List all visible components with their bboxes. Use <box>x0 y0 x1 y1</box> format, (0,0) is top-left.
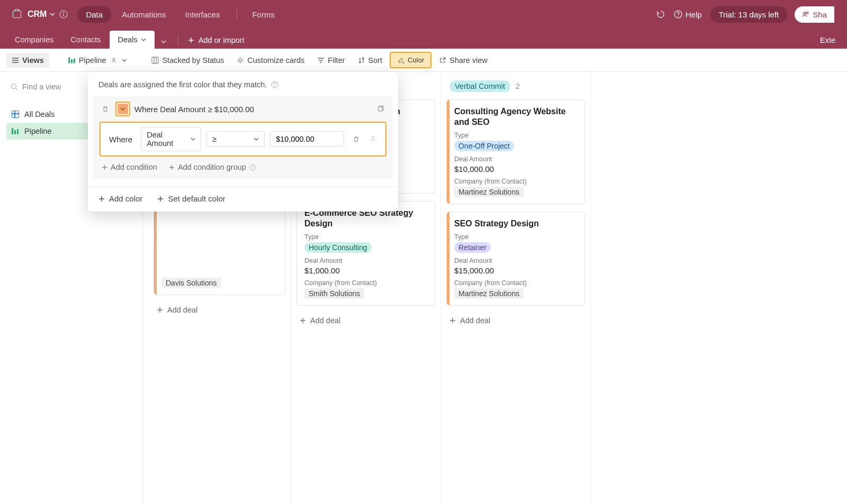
deal-amount: $10,000.00 <box>454 164 579 173</box>
filter-button[interactable]: Filter <box>312 53 350 68</box>
status-badge: Verbal Commit <box>449 80 510 92</box>
field-label: Company (from Contact) <box>454 178 579 185</box>
type-tag: One-Off Project <box>454 141 514 151</box>
customize-button[interactable]: Customize cards <box>231 53 310 68</box>
add-condition-group-button[interactable]: Add condition group <box>169 163 256 171</box>
briefcase-icon <box>13 11 21 18</box>
chevron-down-icon[interactable] <box>50 12 55 17</box>
copy-icon <box>377 105 384 113</box>
color-stripe <box>447 100 449 204</box>
operator-select[interactable]: ≥ <box>206 131 265 147</box>
views-label: Views <box>22 56 44 65</box>
search-icon <box>11 83 18 90</box>
add-deal-label: Add deal <box>460 316 490 325</box>
color-rule: Where Deal Amount ≥ $10,000.00 Where Dea… <box>93 96 393 179</box>
grid-icon <box>12 111 19 118</box>
rule-summary: Where Deal Amount ≥ $10,000.00 <box>134 105 371 114</box>
share-button[interactable]: Sha <box>795 6 834 23</box>
view-pipeline-label: Pipeline <box>24 127 52 135</box>
type-tag: Retainer <box>454 242 491 253</box>
svg-point-7 <box>113 58 115 60</box>
add-group-label: Add condition group <box>178 163 246 171</box>
filter-label: Filter <box>328 56 345 65</box>
nav-interfaces[interactable]: Interfaces <box>177 6 229 23</box>
views-button[interactable]: Views <box>6 53 49 68</box>
column-header: Verbal Commit 2 <box>446 80 585 92</box>
tab-more-button[interactable] <box>155 35 173 49</box>
color-stripe <box>447 212 449 305</box>
add-deal-button[interactable]: Add deal <box>296 313 435 328</box>
menu-icon <box>12 57 19 63</box>
field-select-value: Deal Amount <box>147 131 186 148</box>
svg-point-13 <box>275 86 275 86</box>
tab-companies[interactable]: Companies <box>6 31 62 49</box>
deal-card[interactable]: Consulting Agency Website and SEO Type O… <box>446 99 585 204</box>
drag-handle[interactable]: ⠿ <box>368 135 378 143</box>
nav-automations[interactable]: Automations <box>113 6 174 23</box>
add-import-button[interactable]: Add or import <box>184 36 249 49</box>
add-import-label: Add or import <box>199 36 245 44</box>
kanban-icon <box>68 57 75 63</box>
nav-data[interactable]: Data <box>77 6 111 23</box>
set-default-color-button[interactable]: Set default color <box>157 194 225 203</box>
trial-pill[interactable]: Trial: 13 days left <box>710 6 788 23</box>
view-name-button[interactable]: Pipeline <box>63 53 133 68</box>
plus-icon <box>449 317 456 324</box>
tab-contacts[interactable]: Contacts <box>62 31 109 49</box>
divider <box>237 8 237 20</box>
color-swatch-highlight <box>115 102 130 116</box>
people-icon <box>802 11 809 18</box>
add-condition-button[interactable]: Add condition <box>102 163 157 171</box>
popup-hint-text: Deals are assigned the first color that … <box>98 80 267 89</box>
sort-button[interactable]: Sort <box>353 53 388 68</box>
duplicate-rule-button[interactable] <box>375 103 386 115</box>
deal-amount: $15,000.00 <box>454 266 579 275</box>
plus-icon <box>169 164 175 170</box>
stacked-button[interactable]: Stacked by Status <box>146 53 229 68</box>
deal-card[interactable]: SEO Strategy Design Type Retainer Deal A… <box>446 212 585 306</box>
color-config-popup: Deals are assigned the first color that … <box>88 72 398 212</box>
extensions-button[interactable]: Exte <box>815 36 841 49</box>
value-input[interactable] <box>270 131 344 147</box>
svg-point-9 <box>239 59 242 61</box>
info-icon[interactable] <box>59 10 68 19</box>
add-deal-button[interactable]: Add deal <box>154 303 285 317</box>
svg-point-6 <box>806 12 808 14</box>
help-button[interactable]: Help <box>674 10 702 19</box>
help-icon <box>249 164 256 171</box>
divider <box>178 35 178 44</box>
add-color-button[interactable]: Add color <box>98 194 142 203</box>
table-tabs: Companies Contacts Deals Add or import E… <box>0 29 847 49</box>
view-name-label: Pipeline <box>79 56 106 65</box>
popup-hint: Deals are assigned the first color that … <box>88 72 398 96</box>
share-view-button[interactable]: Share view <box>434 53 493 68</box>
deal-card[interactable]: E-Commerce SEO Strategy Design Type Hour… <box>296 201 435 306</box>
company-tag: Martinez Solutions <box>454 288 524 299</box>
delete-rule-button[interactable] <box>100 103 111 115</box>
color-button[interactable]: Color <box>391 53 430 67</box>
nav-forms[interactable]: Forms <box>244 6 283 23</box>
help-label: Help <box>686 10 702 19</box>
trash-icon <box>102 105 109 113</box>
add-deal-button[interactable]: Add deal <box>446 313 585 328</box>
tab-deals[interactable]: Deals <box>110 31 155 49</box>
field-label: Type <box>454 233 579 241</box>
history-icon[interactable] <box>652 7 670 21</box>
color-swatch-button[interactable] <box>118 104 128 114</box>
share-view-label: Share view <box>449 56 488 65</box>
trash-icon <box>353 135 360 143</box>
column-count: 2 <box>516 82 520 90</box>
gear-icon <box>237 57 244 64</box>
customize-label: Customize cards <box>247 56 304 65</box>
svg-point-5 <box>804 12 806 14</box>
sort-label: Sort <box>368 56 383 65</box>
help-icon[interactable] <box>271 81 278 88</box>
field-select[interactable]: Deal Amount <box>141 127 201 151</box>
kanban-column-verbal-commit: Verbal Commit 2 Consulting Agency Websit… <box>441 72 591 504</box>
app-name[interactable]: CRM <box>28 10 47 19</box>
delete-condition-button[interactable] <box>349 132 363 146</box>
svg-point-16 <box>253 168 253 169</box>
plus-icon <box>157 307 163 313</box>
external-link-icon <box>439 57 446 64</box>
svg-point-1 <box>63 12 64 13</box>
